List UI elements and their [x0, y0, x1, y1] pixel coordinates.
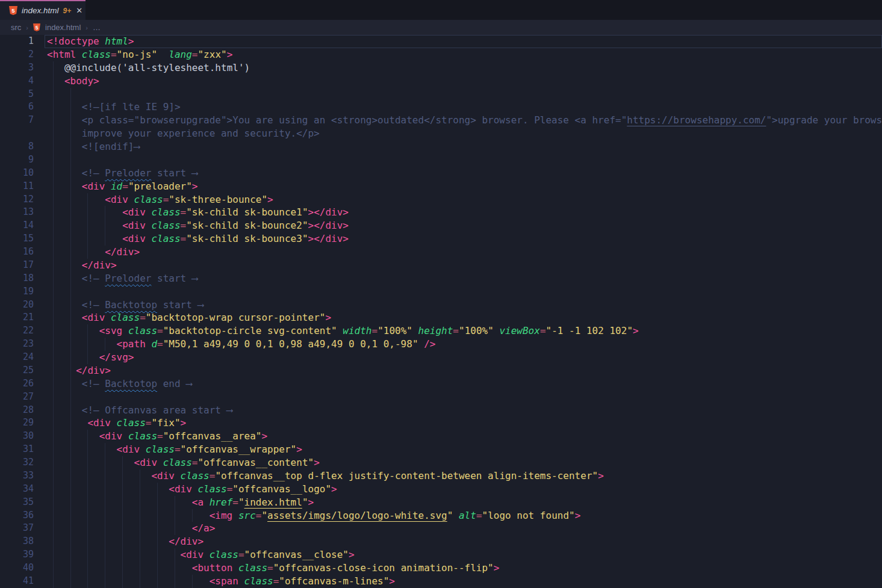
- indent-guide: [87, 496, 88, 509]
- code-text[interactable]: [34, 285, 82, 299]
- code-line-41[interactable]: 41 <span class="offcanvas-m-lines">: [0, 575, 882, 588]
- code-line-4[interactable]: 4 <body>: [0, 75, 882, 88]
- code-line-20[interactable]: 20 <!— Backtotop start ⟶: [0, 299, 882, 312]
- code-line-34[interactable]: 34 <div class="offcanvas__logo">: [0, 483, 882, 496]
- code-line-12[interactable]: 12 <div class="sk-three-bounce">: [0, 193, 882, 206]
- code-line-39[interactable]: 39 <div class="offcanvas__close">: [0, 548, 882, 562]
- code-text[interactable]: <p class="browserupgrade">You are using …: [34, 114, 882, 127]
- code-line-40[interactable]: 40 <button class="offcanvas-close-icon a…: [0, 562, 882, 575]
- code-text[interactable]: <div class="offcanvas__content">: [34, 456, 320, 469]
- code-text[interactable]: <a href="index.html">: [34, 496, 314, 509]
- indent-guide: [53, 299, 54, 312]
- code-line-33[interactable]: 33 <div class="offcanvas__top d-flex jus…: [0, 469, 882, 483]
- code-line-14[interactable]: 14 <div class="sk-child sk-bounce2"></di…: [0, 219, 882, 232]
- code-text[interactable]: <!— Preloder start ⟶: [34, 167, 197, 180]
- code-text[interactable]: <path d="M50,1 a49,49 0 0,1 0,98 a49,49 …: [34, 338, 435, 351]
- line-number: 12: [0, 193, 34, 206]
- code-text[interactable]: <!—[if lte IE 9]>: [34, 101, 181, 114]
- code-text[interactable]: improve your experience and security.</p…: [34, 127, 320, 140]
- code-line-32[interactable]: 32 <div class="offcanvas__content">: [0, 456, 882, 469]
- code-text[interactable]: <![endif]⟶: [34, 140, 140, 153]
- code-line-8[interactable]: 8 <![endif]⟶: [0, 140, 882, 153]
- breadcrumb: src › 5 index.html › …: [0, 20, 882, 35]
- line-number: 22: [0, 324, 34, 338]
- indent-guide: [53, 351, 54, 364]
- code-text[interactable]: <img src="assets/imgs/logo/logo-white.sv…: [34, 509, 580, 522]
- code-line-28[interactable]: 28 <!— Offcanvas area start ⟶: [0, 404, 882, 417]
- code-text[interactable]: <div class="offcanvas__wrapper">: [34, 443, 302, 456]
- code-text[interactable]: </div>: [34, 259, 117, 272]
- code-text[interactable]: <div class="sk-child sk-bounce1"></div>: [34, 206, 349, 219]
- code-text[interactable]: <div class="offcanvas__area">: [34, 430, 267, 443]
- code-text[interactable]: <div class="sk-child sk-bounce3"></div>: [34, 232, 349, 246]
- code-line-11[interactable]: 11 <div id="preloader">: [0, 180, 882, 193]
- code-text[interactable]: <div class="offcanvas__top d-flex justif…: [34, 469, 604, 483]
- code-line-30[interactable]: 30 <div class="offcanvas__area">: [0, 430, 882, 443]
- code-text[interactable]: <div id="preloader">: [34, 180, 197, 193]
- code-line-1[interactable]: 1<!doctype html>: [0, 35, 882, 48]
- tab-close-icon[interactable]: ✕: [76, 7, 82, 14]
- code-line-24[interactable]: 24 </svg>: [0, 351, 882, 364]
- code-line-26[interactable]: 26 <!— Backtotop end ⟶: [0, 377, 882, 391]
- code-text[interactable]: <!— Preloder start ⟶: [34, 272, 197, 285]
- code-line-22[interactable]: 22 <svg class="backtotop-circle svg-cont…: [0, 324, 882, 338]
- code-text[interactable]: </div>: [34, 246, 140, 259]
- code-line-wrap[interactable]: improve your experience and security.</p…: [0, 127, 882, 140]
- code-line-15[interactable]: 15 <div class="sk-child sk-bounce3"></di…: [0, 232, 882, 246]
- code-text[interactable]: </div>: [34, 364, 111, 377]
- code-text[interactable]: <!doctype html>: [34, 35, 134, 48]
- code-line-37[interactable]: 37 </a>: [0, 522, 882, 535]
- code-line-36[interactable]: 36 <img src="assets/imgs/logo/logo-white…: [0, 509, 882, 522]
- code-line-18[interactable]: 18 <!— Preloder start ⟶: [0, 272, 882, 285]
- code-line-13[interactable]: 13 <div class="sk-child sk-bounce1"></di…: [0, 206, 882, 219]
- code-line-21[interactable]: 21 <div class="backtotop-wrap cursor-poi…: [0, 311, 882, 324]
- code-text[interactable]: <div class="offcanvas__logo">: [34, 483, 337, 496]
- code-line-19[interactable]: 19: [0, 285, 882, 299]
- code-text[interactable]: <!— Backtotop end ⟶: [34, 377, 192, 391]
- code-text[interactable]: <svg class="backtotop-circle svg-content…: [34, 324, 639, 338]
- code-line-16[interactable]: 16 </div>: [0, 246, 882, 259]
- code-text[interactable]: <body>: [34, 75, 99, 88]
- code-text[interactable]: <div class="fix">: [34, 416, 186, 430]
- line-number: 39: [0, 548, 34, 562]
- code-line-29[interactable]: 29 <div class="fix">: [0, 416, 882, 430]
- code-text[interactable]: <html class="no-js" lang="zxx">: [34, 48, 232, 61]
- breadcrumb-item-src[interactable]: src: [11, 23, 21, 32]
- code-line-6[interactable]: 6 <!—[if lte IE 9]>: [0, 101, 882, 114]
- tab-index-html[interactable]: 5 index.html 9+ ✕: [0, 0, 85, 20]
- code-text[interactable]: <div class="backtotop-wrap cursor-pointe…: [34, 311, 331, 324]
- code-line-10[interactable]: 10 <!— Preloder start ⟶: [0, 167, 882, 180]
- code-line-17[interactable]: 17 </div>: [0, 259, 882, 272]
- indent-guide: [70, 153, 71, 167]
- breadcrumb-item-file[interactable]: index.html: [45, 23, 81, 32]
- code-line-23[interactable]: 23 <path d="M50,1 a49,49 0 0,1 0,98 a49,…: [0, 338, 882, 351]
- code-line-38[interactable]: 38 </div>: [0, 535, 882, 548]
- code-text[interactable]: <!— Offcanvas area start ⟶: [34, 404, 232, 417]
- code-line-9[interactable]: 9: [0, 153, 882, 167]
- code-text[interactable]: <button class="offcanvas-close-icon anim…: [34, 562, 499, 575]
- indent-guide: [53, 575, 54, 588]
- code-text[interactable]: @@include('all-stylesheet.html'): [34, 61, 250, 75]
- code-line-31[interactable]: 31 <div class="offcanvas__wrapper">: [0, 443, 882, 456]
- breadcrumb-ellipsis[interactable]: …: [93, 23, 101, 32]
- code-line-3[interactable]: 3 @@include('all-stylesheet.html'): [0, 61, 882, 75]
- code-line-7[interactable]: 7 <p class="browserupgrade">You are usin…: [0, 114, 882, 127]
- code-line-27[interactable]: 27: [0, 391, 882, 404]
- indent-guide: [53, 324, 54, 338]
- code-line-2[interactable]: 2<html class="no-js" lang="zxx">: [0, 48, 882, 61]
- code-text[interactable]: </svg>: [34, 351, 134, 364]
- code-line-5[interactable]: 5: [0, 88, 882, 101]
- code-line-35[interactable]: 35 <a href="index.html">: [0, 496, 882, 509]
- indent-guide: [70, 509, 71, 522]
- code-text[interactable]: <!— Backtotop start ⟶: [34, 299, 203, 312]
- code-text[interactable]: [34, 391, 82, 404]
- code-text[interactable]: [34, 88, 82, 101]
- code-line-25[interactable]: 25 </div>: [0, 364, 882, 377]
- code-text[interactable]: </div>: [34, 535, 203, 548]
- code-text[interactable]: </a>: [34, 522, 215, 535]
- code-text[interactable]: <div class="offcanvas__close">: [34, 548, 355, 562]
- code-text[interactable]: [34, 153, 82, 167]
- line-number: 28: [0, 404, 34, 417]
- indent-guide: [87, 193, 88, 206]
- code-text[interactable]: <div class="sk-child sk-bounce2"></div>: [34, 219, 349, 232]
